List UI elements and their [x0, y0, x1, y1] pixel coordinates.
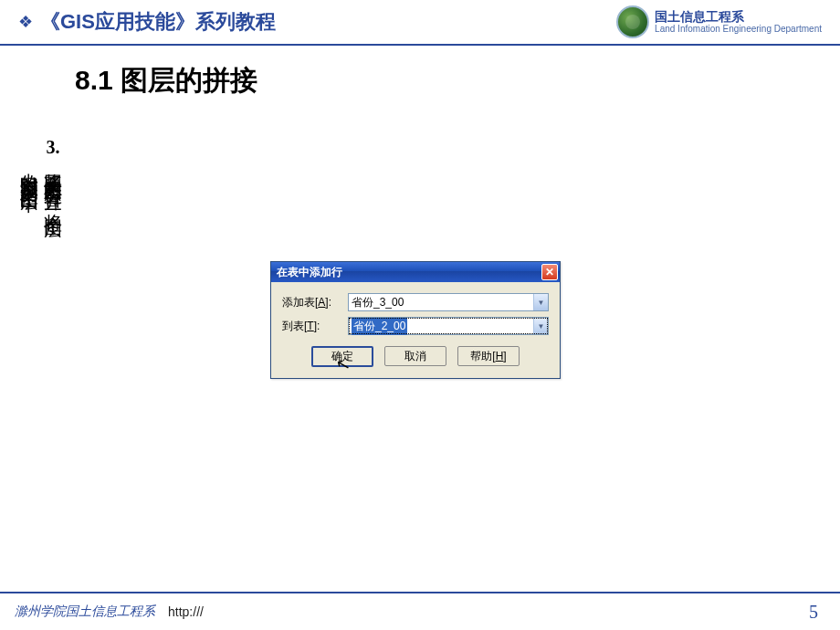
page-number: 5: [809, 602, 818, 623]
close-button[interactable]: ✕: [541, 264, 558, 280]
chevron-down-icon[interactable]: ▼: [533, 318, 548, 334]
add-rows-dialog: 在表中添加行 ✕ 添加表[A]: 省份_3_00 ▼ 到表[T]: 省份_2_0…: [270, 261, 561, 379]
to-table-value: 省份_2_00: [352, 318, 407, 335]
department-logo-icon: [616, 5, 649, 38]
slide-title: 8.1 图层的拼接: [0, 46, 840, 100]
add-table-value: 省份_3_00: [352, 295, 404, 310]
department-label: 国土信息工程系 Land Infomation Engineering Depa…: [655, 9, 822, 36]
body-text: 3. 将同要素的图层进行合并，将一个图层 中的对象添加到另一个图层中: [18, 137, 64, 208]
to-table-label: 到表[T]:: [282, 319, 348, 334]
add-table-combo[interactable]: 省份_3_00 ▼: [348, 293, 549, 311]
close-icon: ✕: [545, 267, 554, 278]
cancel-button[interactable]: 取消: [384, 346, 446, 366]
dept-name-cn: 国土信息工程系: [655, 9, 822, 25]
header-left: ❖ 《GIS应用技能》系列教程: [18, 8, 276, 36]
dialog-buttons: 确定 取消 帮助[H]: [282, 346, 549, 367]
footer-link: http:///: [168, 604, 204, 619]
help-button[interactable]: 帮助[H]: [457, 346, 520, 366]
footer-org: 滁州学院国土信息工程系: [15, 604, 155, 620]
dept-name-en: Land Infomation Engineering Department: [655, 24, 822, 35]
dialog-body: 添加表[A]: 省份_3_00 ▼ 到表[T]: 省份_2_00 ▼ 确定 取消…: [271, 282, 560, 378]
body-line-1: 将同要素的图层进行合并，将一个图层: [42, 159, 64, 208]
body-line-2: 中的对象添加到另一个图层中: [18, 159, 40, 208]
slide-header: ❖ 《GIS应用技能》系列教程 国土信息工程系 Land Infomation …: [0, 0, 840, 46]
chevron-down-icon[interactable]: ▼: [533, 294, 548, 310]
to-table-row: 到表[T]: 省份_2_00 ▼: [282, 317, 549, 335]
bullet-diamond-icon: ❖: [18, 12, 33, 32]
dialog-titlebar[interactable]: 在表中添加行 ✕: [271, 262, 560, 282]
series-title: 《GIS应用技能》系列教程: [40, 8, 276, 36]
header-right: 国土信息工程系 Land Infomation Engineering Depa…: [616, 5, 822, 38]
add-table-label: 添加表[A]:: [282, 295, 348, 310]
bullet-number: 3.: [47, 137, 60, 159]
slide-footer: 滁州学院国土信息工程系 http:/// 5: [0, 592, 840, 630]
ok-button[interactable]: 确定: [311, 346, 373, 367]
to-table-combo[interactable]: 省份_2_00 ▼: [348, 317, 549, 335]
dialog-title: 在表中添加行: [277, 265, 342, 280]
add-table-row: 添加表[A]: 省份_3_00 ▼: [282, 293, 549, 311]
